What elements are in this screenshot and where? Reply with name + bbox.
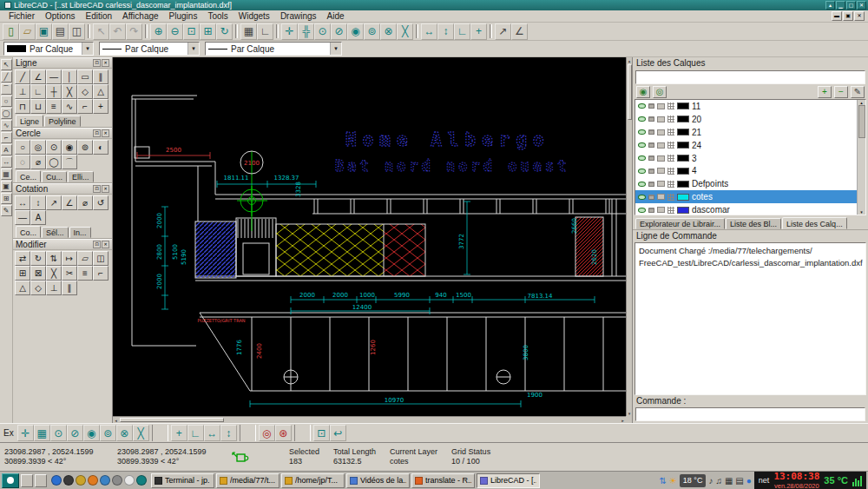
polyline-tool-icon[interactable]: ⌐ [1, 132, 12, 143]
modify-offset-icon[interactable]: ↦ [62, 251, 77, 266]
dim-baseline-icon[interactable]: — [15, 210, 30, 225]
tab[interactable]: Co... [16, 226, 41, 238]
dim-leader-icon[interactable]: A [30, 210, 46, 225]
tab[interactable]: In... [69, 227, 91, 238]
layer-row[interactable]: 21 [635, 126, 857, 139]
snap-intersection-icon[interactable]: ╳ [397, 23, 413, 40]
vertical-scrollbar[interactable]: ▴ ▾ [626, 57, 632, 416]
circle-inscribed-icon[interactable]: ◌ [15, 155, 30, 169]
spline-tool-icon[interactable]: ∿ [1, 120, 12, 131]
workspace-switcher[interactable] [35, 474, 47, 487]
ellipse-tool-icon[interactable]: ◯ [1, 108, 12, 119]
tab[interactable]: Polyline [44, 116, 81, 127]
panel-undock-icon[interactable]: ⊡ [93, 59, 101, 67]
terminal-launcher-icon[interactable] [63, 475, 74, 486]
files-launcher-icon[interactable] [76, 475, 86, 486]
tab[interactable]: Ligne [16, 115, 43, 127]
modify-divide-icon[interactable]: ◫ [93, 251, 108, 266]
select-arrow-icon[interactable]: ↖ [1, 59, 12, 70]
layer-print-icon[interactable] [657, 207, 665, 213]
layer-filter-input[interactable] [635, 70, 865, 84]
updates-tray-icon[interactable]: ● [746, 472, 752, 489]
layer-visible-icon[interactable] [638, 169, 646, 174]
taskbar-task-button[interactable]: /home/jp/T... [281, 473, 345, 488]
layer-lock-icon[interactable] [648, 116, 654, 122]
chevron-down-icon[interactable]: ▾ [330, 43, 341, 55]
snap-free-icon[interactable]: ✛ [17, 425, 34, 441]
circle-two-point-radius-icon[interactable]: ◯ [46, 155, 62, 169]
snap-free-icon[interactable]: ✛ [281, 23, 298, 40]
dim-vertical-icon[interactable]: ↕ [30, 195, 46, 210]
clock[interactable]: 13:08:38 ven.28/08/2020 [773, 471, 819, 489]
panel-undock-icon[interactable]: ⊡ [93, 129, 101, 137]
taskbar-task-button[interactable]: Vidéos de la... [346, 473, 410, 488]
help-launcher-icon[interactable] [136, 475, 147, 486]
taskbar-task-button[interactable]: /media/77/t... [216, 473, 279, 488]
line-horizontal-icon[interactable]: — [46, 69, 62, 84]
modify-delete-icon[interactable]: ⊠ [30, 266, 46, 281]
horizontal-scrollbar[interactable]: ◂ ▸ [113, 416, 626, 423]
menu-item[interactable]: Drawings [275, 10, 322, 22]
layer-row[interactable]: cotes [635, 190, 857, 203]
remove-layer-icon[interactable]: − [834, 86, 848, 98]
horizontal-scroll-thumb[interactable] [120, 418, 224, 422]
edit-layer-icon[interactable]: ✎ [851, 86, 865, 98]
taskbar-task-button[interactable]: translate - R... [411, 473, 475, 488]
dim-linear-icon[interactable]: ↗ [46, 195, 62, 210]
hide-all-layers-icon[interactable]: ◎ [653, 86, 667, 98]
snap-grid-icon[interactable]: ╬ [298, 23, 314, 40]
modify-properties-icon[interactable]: ≡ [77, 266, 93, 281]
dimension-tool-icon[interactable]: ↔ [1, 156, 12, 168]
restrict-nothing-icon[interactable]: + [470, 23, 487, 40]
lock-relative-zero-icon[interactable]: ⊛ [275, 425, 292, 441]
circle-concentric-icon[interactable]: ⊚ [77, 140, 93, 155]
snap-middle-icon[interactable]: ⊚ [364, 23, 380, 40]
zoom-out-icon[interactable]: ⊖ [167, 23, 183, 40]
media-launcher-icon[interactable] [88, 475, 98, 486]
taskbar-task-button[interactable]: LibreCAD - [... [477, 473, 540, 488]
mdi-close-icon[interactable]: ✕ [854, 11, 865, 21]
drawing-canvas[interactable]: Nome Albergo Bat nord nord ouest 2500 21… [113, 57, 626, 416]
snap-grid-icon[interactable]: ▦ [34, 425, 50, 441]
layer-lock-icon[interactable] [648, 169, 654, 174]
layer-lock-icon[interactable] [648, 142, 654, 148]
fit-view-icon[interactable]: ⊡ [313, 425, 330, 441]
iso-grid-icon[interactable]: ∟ [257, 23, 273, 40]
layer-print-icon[interactable] [657, 168, 665, 174]
circle-tool-icon[interactable]: ○ [1, 96, 12, 107]
layer-lock-icon[interactable] [648, 129, 654, 135]
redo-icon[interactable]: ↷ [126, 23, 142, 40]
restrict-horizontal-icon[interactable]: ↔ [421, 23, 437, 40]
line-multiple-icon[interactable]: ≡ [46, 99, 62, 114]
weather-tray-icon[interactable]: ☀ [669, 472, 677, 489]
layer-print-icon[interactable] [657, 155, 665, 162]
layer-row[interactable]: Defpoints [635, 177, 857, 190]
modify-rotate-icon[interactable]: ↻ [30, 251, 46, 266]
modify-stretch-icon[interactable]: ◇ [30, 281, 46, 295]
measure-angle-icon[interactable]: ∠ [511, 23, 528, 40]
layer-print-icon[interactable] [657, 142, 665, 149]
panel-undock-icon[interactable]: ⊡ [93, 241, 101, 248]
menu-item[interactable]: Widgets [233, 10, 275, 22]
zoom-window-icon[interactable]: ⊞ [200, 23, 216, 40]
print-icon[interactable]: ▤ [52, 23, 69, 40]
mdi-restore-icon[interactable]: ▣ [843, 11, 853, 21]
layer-construction-icon[interactable] [667, 194, 674, 201]
layer-print-icon[interactable] [657, 116, 665, 122]
tab[interactable]: Sél... [42, 227, 69, 238]
line-bisector-icon[interactable]: ╳ [62, 84, 77, 99]
restrict-vertical-icon[interactable]: ↕ [220, 425, 237, 441]
titlebar[interactable]: LibreCAD - [..st LibreCAD carlessi_dasco… [0, 0, 868, 10]
menu-item[interactable]: Aide [322, 10, 350, 22]
snap-on-entity-icon[interactable]: ⊘ [331, 23, 347, 40]
modify-scale-icon[interactable]: △ [15, 281, 30, 295]
layer-row[interactable]: 20 [635, 113, 857, 126]
layer-print-icon[interactable] [657, 129, 665, 135]
arc-tool-icon[interactable]: ⌒ [1, 83, 12, 95]
layer-visible-icon[interactable] [638, 142, 646, 148]
tab[interactable]: Cu... [42, 171, 67, 182]
line-polygon-icon[interactable]: ◇ [77, 84, 93, 99]
dim-radial-icon[interactable]: ↺ [93, 195, 108, 210]
modify-mirror-icon[interactable]: ⇅ [46, 251, 62, 266]
editor-launcher-icon[interactable] [100, 475, 110, 486]
